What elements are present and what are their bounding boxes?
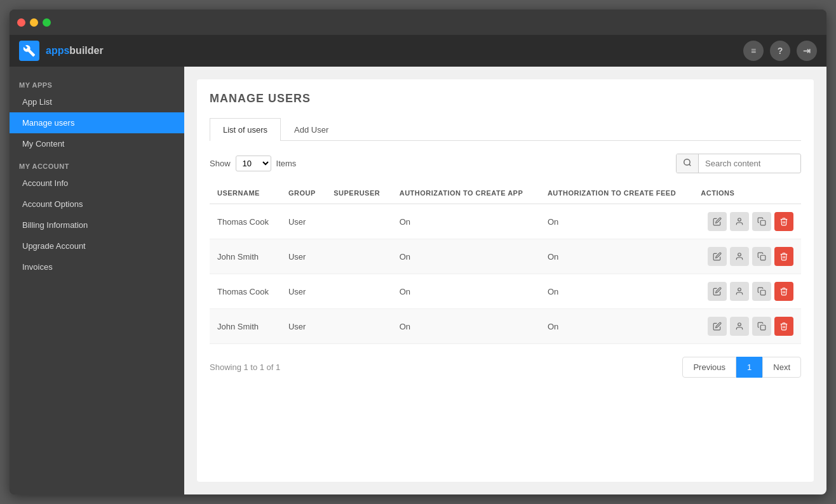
- cell-auth-app: On: [392, 274, 540, 309]
- minimize-button[interactable]: [30, 18, 38, 27]
- user-icon: [735, 287, 744, 296]
- search-button[interactable]: [677, 154, 699, 173]
- user-icon: [735, 252, 744, 261]
- table-row: Thomas Cook User On On: [210, 204, 801, 239]
- sidebar-item-account-options[interactable]: Account Options: [10, 194, 184, 215]
- edit-icon: [713, 252, 722, 261]
- action-buttons: [701, 247, 793, 266]
- cell-group: User: [281, 309, 326, 344]
- previous-button[interactable]: Previous: [682, 357, 736, 378]
- next-button[interactable]: Next: [762, 357, 801, 378]
- svg-point-0: [684, 159, 690, 165]
- cell-auth-app: On: [392, 309, 540, 344]
- menu-button[interactable]: ≡: [743, 41, 764, 61]
- copy-button[interactable]: [752, 212, 771, 231]
- showing-text: Showing 1 to 1 of 1: [210, 362, 280, 372]
- delete-button[interactable]: [774, 282, 793, 301]
- delete-icon: [779, 217, 788, 226]
- copy-icon: [757, 287, 766, 296]
- svg-rect-7: [760, 290, 765, 295]
- col-actions: ACTIONS: [693, 183, 801, 204]
- logo-apps: apps: [46, 45, 69, 56]
- toolbar: Show 10 25 50 100 Items: [210, 154, 801, 173]
- svg-line-1: [689, 164, 691, 166]
- maximize-button[interactable]: [43, 18, 51, 27]
- show-select[interactable]: 10 25 50 100: [236, 156, 271, 171]
- cell-auth-app: On: [392, 204, 540, 239]
- edit-button[interactable]: [708, 317, 727, 336]
- search-box: [676, 154, 801, 173]
- body-area: MY APPS App List Manage users My Content…: [10, 67, 826, 494]
- cell-actions: [693, 274, 801, 309]
- my-apps-section-label: MY APPS: [10, 76, 184, 91]
- copy-button[interactable]: [752, 317, 771, 336]
- items-label: Items: [276, 159, 297, 168]
- tab-list-of-users[interactable]: List of users: [210, 118, 281, 141]
- logo-text: appsbuilder: [46, 45, 104, 56]
- edit-icon: [713, 287, 722, 296]
- svg-point-8: [738, 323, 741, 326]
- sidebar-item-billing-information[interactable]: Billing Information: [10, 215, 184, 235]
- cell-auth-feed: On: [540, 309, 693, 344]
- user-button[interactable]: [730, 317, 749, 336]
- copy-button[interactable]: [752, 282, 771, 301]
- sidebar-item-manage-users[interactable]: Manage users: [10, 112, 184, 133]
- tab-add-user[interactable]: Add User: [281, 118, 342, 141]
- sidebar-item-my-content[interactable]: My Content: [10, 133, 184, 154]
- page-1-button[interactable]: 1: [736, 357, 762, 378]
- content-inner: MANAGE USERS List of users Add User Show…: [197, 79, 814, 482]
- user-button[interactable]: [730, 282, 749, 301]
- search-icon: [683, 158, 692, 167]
- sidebar-item-account-info[interactable]: Account Info: [10, 173, 184, 194]
- delete-icon: [779, 252, 788, 261]
- copy-button[interactable]: [752, 247, 771, 266]
- cell-username: Thomas Cook: [210, 204, 281, 239]
- sidebar-item-upgrade-account[interactable]: Upgrade Account: [10, 235, 184, 256]
- user-button[interactable]: [730, 247, 749, 266]
- edit-button[interactable]: [708, 212, 727, 231]
- show-label: Show: [210, 159, 231, 168]
- table-header-row: USERNAME GROUP SUPERUSER AUTHORIZATION T…: [210, 183, 801, 204]
- svg-point-6: [738, 288, 741, 291]
- delete-icon: [779, 322, 788, 331]
- user-button[interactable]: [730, 212, 749, 231]
- pagination: Previous 1 Next: [682, 357, 801, 378]
- col-superuser: SUPERUSER: [326, 183, 391, 204]
- close-button[interactable]: [17, 18, 25, 27]
- user-icon: [735, 322, 744, 331]
- copy-icon: [757, 217, 766, 226]
- col-group: GROUP: [281, 183, 326, 204]
- search-input[interactable]: [699, 155, 800, 172]
- logout-button[interactable]: ⇥: [797, 41, 817, 61]
- cell-superuser: [326, 309, 391, 344]
- delete-button[interactable]: [774, 247, 793, 266]
- cell-actions: [693, 309, 801, 344]
- app-window: appsbuilder ≡ ? ⇥ MY APPS App List Manag…: [10, 10, 826, 494]
- my-account-section-label: MY ACCOUNT: [10, 157, 184, 173]
- edit-button[interactable]: [708, 282, 727, 301]
- titlebar: [10, 10, 826, 35]
- sidebar-item-invoices[interactable]: Invoices: [10, 256, 184, 277]
- cell-superuser: [326, 274, 391, 309]
- cell-auth-feed: On: [540, 239, 693, 274]
- wrench-icon: [23, 44, 36, 57]
- delete-button[interactable]: [774, 212, 793, 231]
- traffic-lights: [17, 18, 51, 27]
- delete-button[interactable]: [774, 317, 793, 336]
- table-row: John Smith User On On: [210, 309, 801, 344]
- cell-auth-feed: On: [540, 204, 693, 239]
- action-buttons: [701, 317, 793, 336]
- topnav-right: ≡ ? ⇥: [743, 41, 817, 61]
- help-button[interactable]: ?: [770, 41, 790, 61]
- svg-point-2: [738, 218, 741, 222]
- edit-button[interactable]: [708, 247, 727, 266]
- col-username: USERNAME: [210, 183, 281, 204]
- sidebar-item-app-list[interactable]: App List: [10, 91, 184, 112]
- svg-rect-5: [760, 255, 765, 260]
- cell-username: John Smith: [210, 239, 281, 274]
- col-auth-feed: AUTHORIZATION TO CREATE FEED: [540, 183, 693, 204]
- topnav: appsbuilder ≡ ? ⇥: [10, 35, 826, 67]
- tabs: List of users Add User: [210, 118, 801, 141]
- edit-icon: [713, 217, 722, 226]
- show-control: Show 10 25 50 100 Items: [210, 156, 296, 171]
